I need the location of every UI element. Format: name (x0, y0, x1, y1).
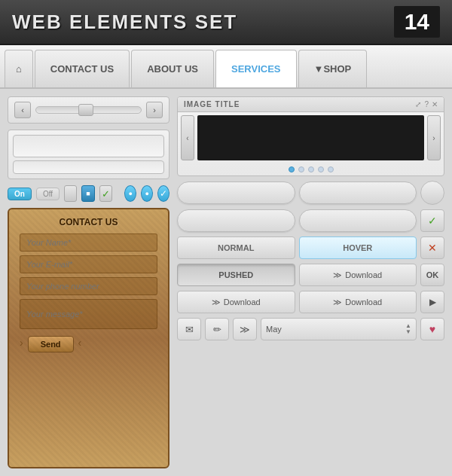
nav-shop[interactable]: ▼ SHOP (298, 50, 368, 87)
dot-5[interactable] (328, 166, 334, 172)
resize-icon[interactable]: ⤢ (415, 100, 421, 108)
image-widget: IMAGE TITLE ⤢ ? ✕ ‹ › (177, 96, 444, 176)
contact-form: CONTACT US › Send ‹ (8, 208, 170, 468)
bottom-row: ✉ ✏ ≫ May ▲ ▼ ♥ (177, 318, 444, 340)
home-icon: ⌂ (16, 63, 22, 75)
dot-1[interactable] (289, 166, 295, 172)
heart-button[interactable]: ♥ (420, 318, 444, 340)
header-title: WEB ELEMENTS SET (12, 11, 237, 34)
inputs-box (8, 130, 170, 179)
dot-3[interactable] (308, 166, 314, 172)
text-area-display (13, 160, 164, 174)
download-icon-2: ≫ (212, 298, 221, 307)
download-button-2[interactable]: ≫ Download (177, 291, 295, 313)
image-slider-area: ‹ › (178, 112, 444, 163)
slider-track[interactable] (35, 106, 142, 114)
hover-button[interactable]: HOVER (299, 236, 417, 259)
image-widget-header: IMAGE TITLE ⤢ ? ✕ (178, 97, 444, 112)
image-widget-title: IMAGE TITLE (184, 100, 240, 108)
nav-about[interactable]: ABOUT US (131, 50, 214, 87)
small-square-btn-2[interactable]: ■ (81, 185, 94, 202)
help-icon[interactable]: ? (424, 100, 429, 108)
small-blue-circle-2[interactable]: ● (141, 185, 153, 202)
nav-services[interactable]: SERVICES (215, 50, 297, 87)
download-button-1[interactable]: ≫ Download (299, 264, 417, 286)
btn-long-3[interactable] (177, 209, 295, 232)
image-prev-button[interactable]: ‹ (181, 115, 194, 160)
small-blue-check[interactable]: ✓ (157, 185, 170, 202)
slider-thumb[interactable] (78, 104, 93, 116)
close-button[interactable]: ✕ (420, 236, 444, 259)
buttons-row-1 (177, 181, 444, 205)
download-icon-1: ≫ (333, 270, 342, 280)
toggle-on-button[interactable]: On (8, 188, 32, 200)
btn-long-4[interactable] (299, 209, 417, 232)
month-select[interactable]: May ▲ ▼ (261, 318, 417, 340)
normal-button[interactable]: NORMAL (177, 236, 295, 259)
image-next-button[interactable]: › (427, 115, 441, 160)
pushed-button[interactable]: PUSHED (177, 264, 295, 286)
close-icon[interactable]: ✕ (432, 100, 438, 108)
main-content: ‹ › On Off ■ ✓ ● ● ✓ (0, 89, 452, 476)
contact-form-title: CONTACT US (20, 217, 157, 227)
btn-long-2[interactable] (299, 182, 417, 204)
btn-long-1[interactable] (177, 182, 295, 204)
text-input-1[interactable] (13, 135, 164, 157)
toggle-off-button[interactable]: Off (36, 188, 60, 200)
header-number: 14 (394, 6, 440, 38)
send-button[interactable]: Send (28, 336, 74, 352)
chevron-down-button[interactable]: ≫ (233, 318, 257, 340)
header: WEB ELEMENTS SET 14 (0, 0, 452, 45)
contact-phone-input[interactable] (20, 277, 157, 295)
toggle-row: On Off ■ ✓ ● ● ✓ (8, 185, 170, 202)
small-check-btn[interactable]: ✓ (99, 185, 112, 202)
btn-round-1[interactable] (420, 181, 444, 205)
download-icon-3: ≫ (333, 298, 342, 307)
navigation: ⌂ CONTACT US ABOUT US SERVICES ▼ SHOP (0, 45, 452, 89)
edit-icon-button[interactable]: ✏ (205, 318, 229, 340)
dot-2[interactable] (298, 166, 304, 172)
small-square-btn-1[interactable] (64, 185, 77, 202)
left-panel: ‹ › On Off ■ ✓ ● ● ✓ (8, 96, 170, 468)
image-dots (178, 163, 444, 175)
contact-name-input[interactable] (20, 233, 157, 252)
download-button-3[interactable]: ≫ Download (299, 291, 417, 313)
image-display (197, 115, 424, 160)
small-blue-circle-1[interactable]: ● (124, 185, 136, 202)
buttons-row-2: ✓ (177, 209, 444, 232)
send-arrow-icon: › (20, 337, 23, 349)
arrow-right-button[interactable]: ▶ (420, 291, 444, 313)
shop-arrow-icon: ▼ (314, 63, 324, 75)
buttons-row-4: PUSHED ≫ Download OK (177, 264, 444, 286)
select-arrows: ▲ ▼ (405, 323, 411, 335)
buttons-row-3: NORMAL HOVER ✕ (177, 236, 444, 259)
nav-home[interactable]: ⌂ (5, 50, 33, 87)
slider-prev[interactable]: ‹ (14, 102, 31, 118)
right-panel: IMAGE TITLE ⤢ ? ✕ ‹ › (177, 96, 444, 468)
dot-4[interactable] (318, 166, 324, 172)
slider-next[interactable]: › (146, 102, 163, 118)
buttons-row-5: ≫ Download ≫ Download ▶ (177, 291, 444, 313)
contact-email-input[interactable] (20, 255, 157, 273)
ok-button[interactable]: OK (420, 264, 444, 286)
send-row: › Send ‹ (20, 333, 157, 352)
email-icon-button[interactable]: ✉ (177, 318, 201, 340)
send-arrow-icon-right: ‹ (78, 337, 82, 349)
checkmark-button[interactable]: ✓ (420, 209, 444, 232)
nav-contact[interactable]: CONTACT US (35, 50, 130, 87)
slider-container: ‹ › (8, 96, 170, 124)
contact-message-input[interactable] (20, 299, 157, 329)
widget-controls: ⤢ ? ✕ (415, 100, 438, 108)
